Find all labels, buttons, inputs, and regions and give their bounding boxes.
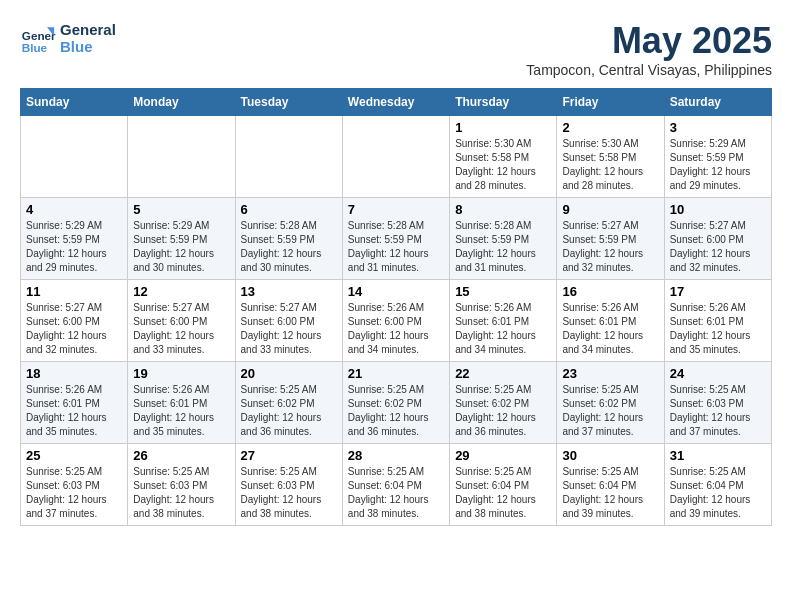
day-info: Sunrise: 5:27 AM Sunset: 5:59 PM Dayligh… bbox=[562, 219, 658, 275]
weekday-header-tuesday: Tuesday bbox=[235, 89, 342, 116]
day-info: Sunrise: 5:28 AM Sunset: 5:59 PM Dayligh… bbox=[348, 219, 444, 275]
calendar-cell: 2Sunrise: 5:30 AM Sunset: 5:58 PM Daylig… bbox=[557, 116, 664, 198]
day-info: Sunrise: 5:25 AM Sunset: 6:02 PM Dayligh… bbox=[562, 383, 658, 439]
day-number: 22 bbox=[455, 366, 551, 381]
calendar-cell: 9Sunrise: 5:27 AM Sunset: 5:59 PM Daylig… bbox=[557, 198, 664, 280]
calendar-cell: 1Sunrise: 5:30 AM Sunset: 5:58 PM Daylig… bbox=[450, 116, 557, 198]
day-info: Sunrise: 5:26 AM Sunset: 6:01 PM Dayligh… bbox=[26, 383, 122, 439]
day-number: 16 bbox=[562, 284, 658, 299]
calendar-cell: 21Sunrise: 5:25 AM Sunset: 6:02 PM Dayli… bbox=[342, 362, 449, 444]
day-info: Sunrise: 5:26 AM Sunset: 6:01 PM Dayligh… bbox=[670, 301, 766, 357]
day-number: 2 bbox=[562, 120, 658, 135]
day-info: Sunrise: 5:25 AM Sunset: 6:04 PM Dayligh… bbox=[670, 465, 766, 521]
day-info: Sunrise: 5:28 AM Sunset: 5:59 PM Dayligh… bbox=[241, 219, 337, 275]
calendar-cell: 15Sunrise: 5:26 AM Sunset: 6:01 PM Dayli… bbox=[450, 280, 557, 362]
day-info: Sunrise: 5:29 AM Sunset: 5:59 PM Dayligh… bbox=[26, 219, 122, 275]
calendar-cell: 25Sunrise: 5:25 AM Sunset: 6:03 PM Dayli… bbox=[21, 444, 128, 526]
day-info: Sunrise: 5:30 AM Sunset: 5:58 PM Dayligh… bbox=[562, 137, 658, 193]
day-number: 17 bbox=[670, 284, 766, 299]
day-number: 23 bbox=[562, 366, 658, 381]
day-number: 26 bbox=[133, 448, 229, 463]
svg-text:Blue: Blue bbox=[22, 41, 48, 54]
calendar-cell: 16Sunrise: 5:26 AM Sunset: 6:01 PM Dayli… bbox=[557, 280, 664, 362]
weekday-header-saturday: Saturday bbox=[664, 89, 771, 116]
day-info: Sunrise: 5:25 AM Sunset: 6:02 PM Dayligh… bbox=[241, 383, 337, 439]
calendar-cell: 17Sunrise: 5:26 AM Sunset: 6:01 PM Dayli… bbox=[664, 280, 771, 362]
day-number: 1 bbox=[455, 120, 551, 135]
day-info: Sunrise: 5:25 AM Sunset: 6:04 PM Dayligh… bbox=[562, 465, 658, 521]
day-number: 9 bbox=[562, 202, 658, 217]
day-number: 18 bbox=[26, 366, 122, 381]
logo: General Blue General Blue bbox=[20, 20, 116, 56]
day-info: Sunrise: 5:26 AM Sunset: 6:00 PM Dayligh… bbox=[348, 301, 444, 357]
calendar-cell: 14Sunrise: 5:26 AM Sunset: 6:00 PM Dayli… bbox=[342, 280, 449, 362]
logo-icon: General Blue bbox=[20, 20, 56, 56]
day-number: 13 bbox=[241, 284, 337, 299]
calendar-cell: 6Sunrise: 5:28 AM Sunset: 5:59 PM Daylig… bbox=[235, 198, 342, 280]
calendar-week-row: 11Sunrise: 5:27 AM Sunset: 6:00 PM Dayli… bbox=[21, 280, 772, 362]
day-number: 14 bbox=[348, 284, 444, 299]
day-info: Sunrise: 5:27 AM Sunset: 6:00 PM Dayligh… bbox=[241, 301, 337, 357]
weekday-header-wednesday: Wednesday bbox=[342, 89, 449, 116]
day-number: 8 bbox=[455, 202, 551, 217]
calendar-week-row: 25Sunrise: 5:25 AM Sunset: 6:03 PM Dayli… bbox=[21, 444, 772, 526]
calendar-week-row: 4Sunrise: 5:29 AM Sunset: 5:59 PM Daylig… bbox=[21, 198, 772, 280]
day-info: Sunrise: 5:27 AM Sunset: 6:00 PM Dayligh… bbox=[133, 301, 229, 357]
calendar-cell: 27Sunrise: 5:25 AM Sunset: 6:03 PM Dayli… bbox=[235, 444, 342, 526]
header: General Blue General Blue May 2025 Tampo… bbox=[20, 20, 772, 78]
day-number: 12 bbox=[133, 284, 229, 299]
calendar-table: SundayMondayTuesdayWednesdayThursdayFrid… bbox=[20, 88, 772, 526]
calendar-week-row: 1Sunrise: 5:30 AM Sunset: 5:58 PM Daylig… bbox=[21, 116, 772, 198]
weekday-header-thursday: Thursday bbox=[450, 89, 557, 116]
location-text: Tampocon, Central Visayas, Philippines bbox=[526, 62, 772, 78]
day-number: 19 bbox=[133, 366, 229, 381]
calendar-cell bbox=[235, 116, 342, 198]
calendar-cell: 23Sunrise: 5:25 AM Sunset: 6:02 PM Dayli… bbox=[557, 362, 664, 444]
day-number: 7 bbox=[348, 202, 444, 217]
calendar-week-row: 18Sunrise: 5:26 AM Sunset: 6:01 PM Dayli… bbox=[21, 362, 772, 444]
logo-line2: Blue bbox=[60, 38, 116, 55]
day-info: Sunrise: 5:25 AM Sunset: 6:03 PM Dayligh… bbox=[26, 465, 122, 521]
day-info: Sunrise: 5:27 AM Sunset: 6:00 PM Dayligh… bbox=[26, 301, 122, 357]
calendar-cell: 19Sunrise: 5:26 AM Sunset: 6:01 PM Dayli… bbox=[128, 362, 235, 444]
day-number: 21 bbox=[348, 366, 444, 381]
day-number: 5 bbox=[133, 202, 229, 217]
calendar-cell bbox=[342, 116, 449, 198]
day-info: Sunrise: 5:25 AM Sunset: 6:03 PM Dayligh… bbox=[241, 465, 337, 521]
calendar-cell: 28Sunrise: 5:25 AM Sunset: 6:04 PM Dayli… bbox=[342, 444, 449, 526]
day-number: 30 bbox=[562, 448, 658, 463]
calendar-cell: 20Sunrise: 5:25 AM Sunset: 6:02 PM Dayli… bbox=[235, 362, 342, 444]
calendar-cell: 5Sunrise: 5:29 AM Sunset: 5:59 PM Daylig… bbox=[128, 198, 235, 280]
day-info: Sunrise: 5:26 AM Sunset: 6:01 PM Dayligh… bbox=[133, 383, 229, 439]
day-number: 31 bbox=[670, 448, 766, 463]
title-section: May 2025 Tampocon, Central Visayas, Phil… bbox=[526, 20, 772, 78]
calendar-cell: 8Sunrise: 5:28 AM Sunset: 5:59 PM Daylig… bbox=[450, 198, 557, 280]
day-info: Sunrise: 5:27 AM Sunset: 6:00 PM Dayligh… bbox=[670, 219, 766, 275]
logo-line1: General bbox=[60, 21, 116, 38]
calendar-cell: 29Sunrise: 5:25 AM Sunset: 6:04 PM Dayli… bbox=[450, 444, 557, 526]
calendar-cell: 4Sunrise: 5:29 AM Sunset: 5:59 PM Daylig… bbox=[21, 198, 128, 280]
calendar-header-row: SundayMondayTuesdayWednesdayThursdayFrid… bbox=[21, 89, 772, 116]
day-info: Sunrise: 5:25 AM Sunset: 6:02 PM Dayligh… bbox=[348, 383, 444, 439]
day-number: 25 bbox=[26, 448, 122, 463]
calendar-cell: 11Sunrise: 5:27 AM Sunset: 6:00 PM Dayli… bbox=[21, 280, 128, 362]
day-info: Sunrise: 5:29 AM Sunset: 5:59 PM Dayligh… bbox=[670, 137, 766, 193]
day-number: 3 bbox=[670, 120, 766, 135]
weekday-header-friday: Friday bbox=[557, 89, 664, 116]
calendar-cell: 7Sunrise: 5:28 AM Sunset: 5:59 PM Daylig… bbox=[342, 198, 449, 280]
calendar-cell: 18Sunrise: 5:26 AM Sunset: 6:01 PM Dayli… bbox=[21, 362, 128, 444]
day-info: Sunrise: 5:25 AM Sunset: 6:03 PM Dayligh… bbox=[670, 383, 766, 439]
weekday-header-monday: Monday bbox=[128, 89, 235, 116]
month-year-title: May 2025 bbox=[526, 20, 772, 62]
day-number: 4 bbox=[26, 202, 122, 217]
day-number: 29 bbox=[455, 448, 551, 463]
weekday-header-sunday: Sunday bbox=[21, 89, 128, 116]
day-number: 27 bbox=[241, 448, 337, 463]
calendar-cell: 3Sunrise: 5:29 AM Sunset: 5:59 PM Daylig… bbox=[664, 116, 771, 198]
calendar-cell: 31Sunrise: 5:25 AM Sunset: 6:04 PM Dayli… bbox=[664, 444, 771, 526]
day-number: 28 bbox=[348, 448, 444, 463]
calendar-cell: 26Sunrise: 5:25 AM Sunset: 6:03 PM Dayli… bbox=[128, 444, 235, 526]
calendar-cell bbox=[21, 116, 128, 198]
day-info: Sunrise: 5:29 AM Sunset: 5:59 PM Dayligh… bbox=[133, 219, 229, 275]
calendar-cell: 22Sunrise: 5:25 AM Sunset: 6:02 PM Dayli… bbox=[450, 362, 557, 444]
